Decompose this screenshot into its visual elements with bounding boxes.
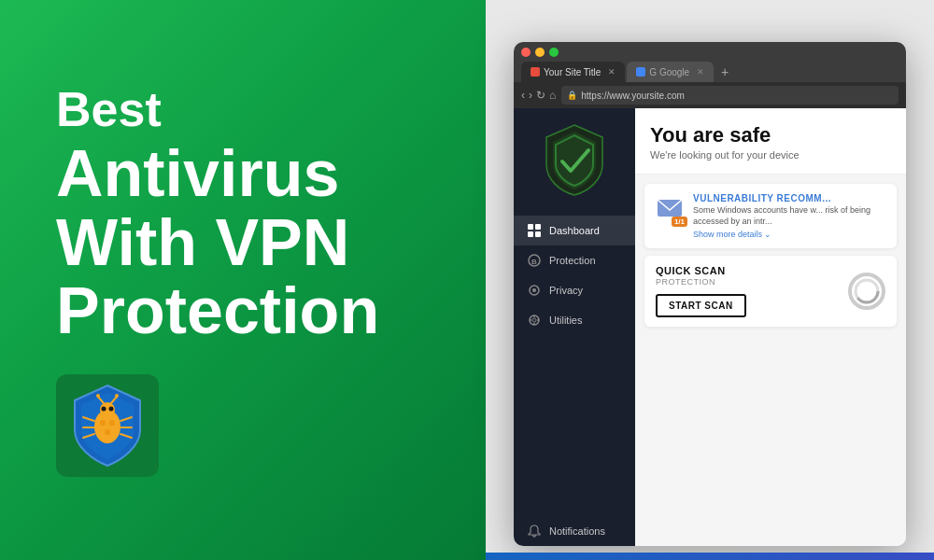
start-scan-button[interactable]: START SCAN — [656, 294, 746, 317]
sidebar-item-utilities[interactable]: Utilities — [514, 305, 635, 335]
tab-close-icon[interactable]: ✕ — [608, 67, 616, 77]
tab-yoursite[interactable]: Your Site Title ✕ — [521, 62, 625, 82]
svg-rect-17 — [528, 224, 533, 230]
badge-container — [56, 374, 159, 477]
close-traffic-light[interactable] — [521, 48, 531, 57]
scan-subtitle: PROTECTION — [656, 277, 746, 287]
av-logo-icon — [542, 122, 607, 197]
browser-content: Dashboard B Protection — [514, 108, 906, 546]
quick-scan-card: QUICK SCAN PROTECTION START SCAN — [644, 256, 897, 327]
home-button[interactable]: ⌂ — [549, 89, 556, 102]
reload-button[interactable]: ↻ — [536, 89, 545, 102]
svg-point-15 — [109, 420, 115, 426]
headline-antivirus: Antivirus — [56, 140, 430, 209]
maximize-traffic-light[interactable] — [549, 48, 559, 57]
tab-yoursite-label: Your Site Title — [544, 67, 601, 77]
utilities-label: Utilities — [549, 315, 582, 326]
browser-window: Your Site Title ✕ G Google ✕ + ‹ › ↻ ⌂ � — [514, 42, 906, 546]
av-sidebar: Dashboard B Protection — [514, 108, 635, 546]
browser-addressbar: ‹ › ↻ ⌂ 🔒 https://www.yoursite.com — [514, 82, 906, 108]
svg-point-14 — [100, 420, 106, 426]
av-nav-items: Dashboard B Protection — [514, 216, 635, 335]
vulnerability-card: 1/1 VULNERABILITY RECOMM... Some Windows… — [644, 184, 897, 248]
nav-buttons: ‹ › ↻ ⌂ — [521, 89, 556, 102]
notifications-label: Notifications — [549, 525, 605, 537]
privacy-icon — [527, 283, 542, 298]
ssl-lock-icon: 🔒 — [567, 91, 577, 100]
safe-banner: You are safe We're looking out for your … — [635, 108, 906, 175]
protection-icon: B — [527, 253, 542, 268]
traffic-lights — [521, 48, 899, 57]
tab-google-close-icon[interactable]: ✕ — [697, 67, 704, 77]
sidebar-item-dashboard[interactable]: Dashboard — [514, 216, 635, 245]
av-notifications-item[interactable]: Notifications — [514, 516, 635, 546]
headline-best: Best — [56, 83, 430, 136]
av-cards: 1/1 VULNERABILITY RECOMM... Some Windows… — [635, 175, 906, 336]
minimize-traffic-light[interactable] — [535, 48, 545, 57]
scan-visual-circle — [848, 273, 885, 310]
tab-google-label: G Google — [649, 67, 689, 77]
svg-point-26 — [532, 318, 536, 322]
new-tab-button[interactable]: + — [715, 62, 734, 82]
sidebar-item-privacy[interactable]: Privacy — [514, 275, 635, 305]
notifications-icon — [527, 524, 542, 539]
sidebar-item-protection[interactable]: B Protection — [514, 245, 635, 275]
right-panel: Your Site Title ✕ G Google ✕ + ‹ › ↻ ⌂ � — [486, 0, 934, 560]
left-panel: Best Antivirus With VPN Protection — [0, 0, 486, 560]
forward-button[interactable]: › — [529, 89, 532, 102]
av-main-content: You are safe We're looking out for your … — [635, 108, 906, 546]
vuln-title: VULNERABILITY RECOMM... — [693, 193, 885, 203]
safe-title: You are safe — [650, 123, 891, 147]
svg-rect-19 — [528, 231, 533, 237]
scan-progress-icon — [854, 278, 880, 304]
protection-label: Protection — [549, 255, 596, 266]
chevron-down-icon: ⌄ — [764, 230, 771, 239]
browser-tabs: Your Site Title ✕ G Google ✕ + — [521, 62, 899, 82]
utilities-icon — [527, 313, 542, 328]
vuln-text: Some Windows accounts have w... risk of … — [693, 205, 885, 227]
bottom-gradient-strip — [486, 553, 934, 560]
vuln-show-more-link[interactable]: Show more details ⌄ — [693, 230, 885, 239]
safe-subtitle: We're looking out for your device — [650, 149, 891, 161]
scan-title: QUICK SCAN — [656, 265, 746, 276]
tab-favicon-2 — [636, 67, 645, 77]
svg-rect-18 — [535, 224, 541, 230]
svg-point-6 — [96, 394, 100, 398]
vuln-badge: 1/1 — [672, 217, 687, 227]
tab-google[interactable]: G Google ✕ — [627, 62, 714, 82]
svg-point-3 — [109, 406, 114, 411]
address-bar[interactable]: 🔒 https://www.yoursite.com — [561, 86, 899, 105]
dashboard-icon — [527, 223, 542, 238]
svg-rect-20 — [535, 231, 541, 237]
tab-favicon-1 — [531, 67, 540, 77]
scan-info: QUICK SCAN PROTECTION START SCAN — [656, 265, 746, 317]
headline-protection: Protection — [56, 277, 430, 346]
dashboard-label: Dashboard — [549, 225, 600, 236]
svg-text:B: B — [531, 258, 537, 266]
address-text: https://www.yoursite.com — [581, 91, 685, 101]
vuln-icon-wrap: 1/1 — [656, 193, 684, 225]
svg-point-2 — [102, 406, 106, 411]
vuln-content: VULNERABILITY RECOMM... Some Windows acc… — [693, 193, 885, 239]
privacy-label: Privacy — [549, 285, 583, 296]
headline-with-vpn: With VPN — [56, 209, 430, 278]
bug-shield-icon — [70, 384, 145, 468]
svg-point-16 — [105, 429, 110, 435]
svg-point-24 — [532, 288, 536, 292]
back-button[interactable]: ‹ — [521, 89, 525, 102]
browser-chrome: Your Site Title ✕ G Google ✕ + — [514, 42, 906, 82]
svg-point-7 — [115, 394, 119, 398]
